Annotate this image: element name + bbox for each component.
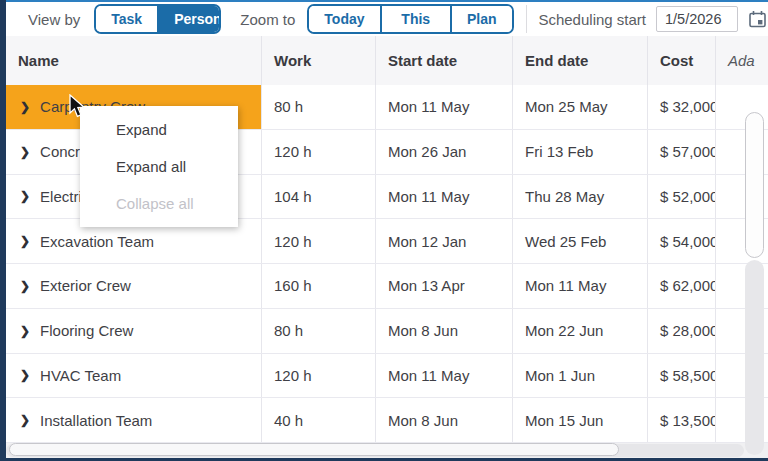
table-row[interactable]: ❯HVAC Team120 hMon 11 MayMon 1 Jun$ 58,5… (6, 354, 768, 399)
table-row[interactable]: ❯Flooring Crew80 hMon 8 JunMon 22 Jun$ 2… (6, 309, 768, 354)
name-cell[interactable]: ❯Installation Team (6, 398, 262, 442)
cost-cell[interactable]: $ 13,500 (648, 398, 716, 442)
table-header-row: Name Work Start date End date Cost Ada (6, 36, 768, 85)
scheduling-start-input[interactable] (656, 6, 738, 32)
work-cell[interactable]: 160 h (262, 264, 376, 308)
chevron-right-icon[interactable]: ❯ (20, 234, 30, 248)
calendar-icon[interactable] (747, 9, 768, 30)
column-header-cost[interactable]: Cost (648, 36, 716, 85)
table-row[interactable]: ❯Exterior Crew160 hMon 13 AprMon 11 May$… (6, 264, 768, 309)
chevron-right-icon[interactable]: ❯ (20, 413, 30, 427)
column-header-end-date[interactable]: End date (513, 36, 648, 85)
chevron-right-icon[interactable]: ❯ (20, 324, 30, 338)
end-date-cell[interactable]: Mon 1 Jun (513, 354, 648, 398)
vertical-scrollbar-track[interactable] (745, 260, 764, 455)
start-date-cell[interactable]: Mon 8 Jun (376, 309, 513, 353)
work-cell[interactable]: 120 h (262, 219, 376, 263)
chevron-right-icon[interactable]: ❯ (20, 368, 30, 382)
end-date-cell[interactable]: Mon 25 May (513, 85, 648, 129)
context-menu-item-expand[interactable]: Expand (80, 111, 238, 148)
context-menu-item-collapse-all: Collapse all (80, 185, 238, 222)
resource-name: Installation Team (40, 412, 152, 429)
resource-name: Exterior Crew (40, 277, 131, 294)
end-date-cell[interactable]: Wed 25 Feb (513, 219, 648, 263)
column-header-start-date[interactable]: Start date (376, 36, 513, 85)
zoom-to-label: Zoom to (240, 11, 295, 28)
chevron-right-icon[interactable]: ❯ (20, 279, 30, 293)
vertical-scrollbar-thumb[interactable] (745, 112, 764, 258)
view-by-label: View by (28, 11, 80, 28)
cost-cell[interactable]: $ 52,000 (648, 175, 716, 219)
start-date-cell[interactable]: Mon 11 May (376, 175, 513, 219)
chevron-right-icon[interactable]: ❯ (20, 145, 30, 159)
name-cell[interactable]: ❯HVAC Team (6, 354, 262, 398)
resource-name: HVAC Team (40, 367, 121, 384)
window-left-frame (0, 0, 6, 461)
column-header-work[interactable]: Work (262, 36, 376, 85)
zoom-today-button[interactable]: Today (309, 6, 379, 32)
view-by-person-button[interactable]: Person (157, 6, 221, 32)
toolbar: View by Task Person Zoom to Today This w… (6, 2, 768, 37)
cost-cell[interactable]: $ 58,500 (648, 354, 716, 398)
start-date-cell[interactable]: Mon 8 Jun (376, 398, 513, 442)
zoom-this-week-button[interactable]: This week (380, 6, 450, 32)
name-cell[interactable]: ❯Exterior Crew (6, 264, 262, 308)
chevron-right-icon[interactable]: ❯ (20, 100, 30, 114)
start-date-cell[interactable]: Mon 11 May (376, 354, 513, 398)
end-date-cell[interactable]: Mon 22 Jun (513, 309, 648, 353)
start-date-cell[interactable]: Mon 12 Jan (376, 219, 513, 263)
context-menu: Expand Expand all Collapse all (80, 106, 238, 227)
cost-cell[interactable]: $ 57,000 (648, 130, 716, 174)
zoom-to-group: Today This week Plan (307, 4, 513, 34)
end-date-cell[interactable]: Mon 15 Jun (513, 398, 648, 442)
cost-cell[interactable]: $ 54,000 (648, 219, 716, 263)
horizontal-scrollbar-zone (6, 443, 768, 458)
column-header-name[interactable]: Name (6, 36, 262, 85)
work-cell[interactable]: 120 h (262, 354, 376, 398)
context-menu-item-expand-all[interactable]: Expand all (80, 148, 238, 185)
end-date-cell[interactable]: Fri 13 Feb (513, 130, 648, 174)
toolbar-divider (526, 5, 527, 33)
view-by-toggle: Task Person (94, 4, 221, 34)
cost-cell[interactable]: $ 28,000 (648, 309, 716, 353)
table-row[interactable]: ❯Installation Team40 hMon 8 JunMon 15 Ju… (6, 398, 768, 443)
start-date-cell[interactable]: Mon 26 Jan (376, 130, 513, 174)
work-cell[interactable]: 80 h (262, 85, 376, 129)
start-date-cell[interactable]: Mon 11 May (376, 85, 513, 129)
work-cell[interactable]: 104 h (262, 175, 376, 219)
column-header-add-column[interactable]: Ada (716, 36, 768, 85)
work-cell[interactable]: 120 h (262, 130, 376, 174)
cost-cell[interactable]: $ 32,000 (648, 85, 716, 129)
resource-name: Flooring Crew (40, 322, 133, 339)
scheduling-start-label: Scheduling start (538, 11, 646, 28)
work-cell[interactable]: 40 h (262, 398, 376, 442)
scheduler-app-window: View by Task Person Zoom to Today This w… (0, 0, 768, 461)
work-cell[interactable]: 80 h (262, 309, 376, 353)
end-date-cell[interactable]: Thu 28 May (513, 175, 648, 219)
zoom-plan-button[interactable]: Plan (450, 6, 512, 32)
start-date-cell[interactable]: Mon 13 Apr (376, 264, 513, 308)
name-cell[interactable]: ❯Flooring Crew (6, 309, 262, 353)
chevron-right-icon[interactable]: ❯ (20, 189, 30, 203)
horizontal-scrollbar-thumb[interactable] (9, 443, 619, 456)
resource-name: Excavation Team (40, 233, 154, 250)
cost-cell[interactable]: $ 62,000 (648, 264, 716, 308)
view-by-task-button[interactable]: Task (96, 6, 157, 32)
end-date-cell[interactable]: Mon 11 May (513, 264, 648, 308)
